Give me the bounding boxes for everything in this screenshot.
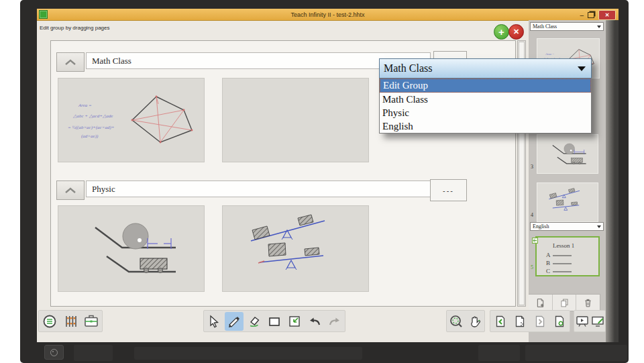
eraser-icon (248, 315, 261, 328)
rectangle-icon (268, 315, 281, 328)
delete-page-button[interactable] (576, 295, 600, 311)
close-button[interactable]: ✕ (598, 10, 616, 20)
chevron-down-icon (597, 225, 601, 228)
group-collapse-button[interactable] (56, 52, 85, 72)
redo-button[interactable] (325, 312, 344, 331)
page-number: 5 (531, 264, 533, 270)
hand-icon (468, 314, 482, 329)
svg-text:A: A (546, 252, 551, 258)
levers-sketch (223, 206, 368, 291)
svg-text:Area =: Area = (78, 103, 92, 108)
grid-sliders-icon (64, 315, 77, 328)
sidebar-page-actions (529, 294, 600, 311)
monitor-bezel: Teach Infinity II - test-2.hhtx – ✕ Edit… (20, 0, 629, 363)
sidebar-group-select-value: English (533, 223, 549, 229)
page-thumbnail-levers[interactable] (222, 205, 369, 292)
page-number: 3 (531, 164, 533, 170)
zoom-tool[interactable] (447, 312, 466, 331)
toolbox-button[interactable] (82, 312, 101, 331)
group-menu-button[interactable]: --- (430, 179, 467, 201)
sidebar-group-select-top[interactable]: Math Class (530, 22, 604, 31)
power-icon (50, 349, 58, 356)
presentation-icon (575, 315, 590, 328)
duplicate-page-icon (559, 298, 570, 308)
toolbar-left-group (38, 310, 103, 332)
page-list-button[interactable] (511, 312, 529, 331)
svg-text:(ad×ae)): (ad×ae)) (81, 134, 99, 139)
sidebar-page-thumbnail-incline[interactable] (537, 134, 598, 174)
grid-tool-button[interactable] (61, 312, 80, 331)
next-page-icon (533, 315, 547, 328)
dropdown-arrow-icon (578, 66, 586, 71)
menu-icon (42, 314, 57, 329)
trash-icon (583, 298, 593, 308)
chevron-down-icon (597, 25, 601, 28)
bezel-reflection (74, 345, 113, 361)
sidebar-page-thumbnail-levers[interactable] (537, 183, 598, 222)
sidebar-group-select-bottom[interactable]: English (530, 222, 604, 231)
chevron-up-icon (64, 58, 77, 66)
pen-icon (227, 314, 241, 329)
select-tool[interactable] (205, 312, 223, 331)
close-editor-button[interactable]: ✕ (508, 24, 524, 40)
toolbar-display-group (574, 310, 606, 332)
restore-button[interactable] (588, 12, 594, 18)
duplicate-page-button[interactable] (553, 295, 577, 311)
presentation-button[interactable] (574, 312, 590, 331)
new-page-icon (535, 298, 545, 308)
page-thumbnail-incline[interactable] (58, 205, 205, 292)
svg-text:Lesson 1: Lesson 1 (553, 242, 574, 249)
dropdown-option-math-class[interactable]: Math Class (380, 93, 591, 106)
edit-hint: Edit group by dragging pages (40, 25, 110, 31)
shape-tool[interactable] (265, 312, 284, 331)
dropdown-value: Math Class (384, 62, 432, 74)
page-settings-button[interactable] (550, 312, 569, 331)
screen-edge-shade (606, 20, 619, 342)
add-group-button[interactable]: + (494, 24, 509, 40)
minimize-button[interactable]: – (580, 12, 584, 19)
svg-text:C: C (546, 268, 550, 274)
svg-text:△abc + △acd+△ade: △abc + △acd+△ade (72, 113, 113, 119)
next-page-button[interactable] (531, 312, 549, 331)
sidebar-page-thumbnail-lesson[interactable]: Lesson 1 A B C (535, 236, 600, 276)
screen-pen-icon (590, 315, 605, 328)
math-sketch: Area = △abc + △acd+△ade = ½((ab×ac)+(ac×… (58, 79, 204, 162)
lesson-sketch: Lesson 1 A B C (537, 238, 598, 275)
prev-page-icon (494, 315, 507, 328)
page-thumbnail-empty[interactable] (222, 78, 369, 162)
chevron-up-icon (64, 187, 77, 195)
page-list-icon (513, 315, 527, 328)
group-name-input[interactable] (86, 180, 431, 197)
dropdown-option-physic[interactable]: Physic (380, 106, 591, 119)
insert-page-tool[interactable] (285, 312, 304, 331)
group-select-dropdown: Math Class Edit Group Math Class Physic … (379, 58, 592, 134)
page-gear-icon (553, 315, 566, 328)
redo-icon (327, 315, 342, 328)
incline-sketch (58, 206, 204, 291)
menu-button[interactable] (40, 312, 59, 331)
dropdown-option-english[interactable]: English (380, 119, 591, 133)
toolbar-page-group (490, 310, 570, 332)
pen-tool[interactable] (225, 312, 244, 331)
window-title: Teach Infinity II - test-2.hhtx (37, 11, 619, 18)
dropdown-head[interactable]: Math Class (379, 58, 592, 79)
svg-text:Area =: Area = (545, 52, 554, 56)
pan-tool[interactable] (466, 312, 484, 331)
annotate-screen-button[interactable] (590, 312, 605, 331)
undo-button[interactable] (305, 312, 324, 331)
new-page-button[interactable] (529, 295, 553, 311)
page-thumbnail-math[interactable]: Area = △abc + △acd+△ade = ½((ab×ac)+(ac×… (58, 78, 205, 162)
group-collapse-button[interactable] (56, 180, 85, 200)
dropdown-option-edit-group[interactable]: Edit Group (380, 79, 591, 93)
cursor-icon (207, 315, 221, 328)
power-button[interactable] (44, 345, 64, 360)
eraser-tool[interactable] (245, 312, 264, 331)
screen: Teach Infinity II - test-2.hhtx – ✕ Edit… (37, 9, 619, 342)
page-number: 4 (531, 212, 533, 218)
prev-page-button[interactable] (491, 312, 510, 331)
toolbar-view-group (446, 310, 485, 332)
briefcase-icon (84, 315, 99, 327)
incline-sketch-mini (537, 135, 598, 173)
undo-icon (307, 315, 322, 328)
dropdown-options: Edit Group Math Class Physic English (379, 79, 592, 134)
